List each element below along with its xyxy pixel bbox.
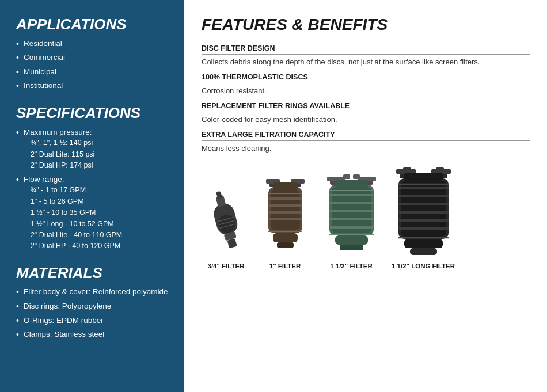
filter-item-1-1-2: 1 1/2" Filter bbox=[320, 172, 383, 269]
svg-rect-51 bbox=[398, 211, 449, 214]
feature-name: Extra Large Filtration Capacity bbox=[202, 131, 530, 141]
filter-image-1 bbox=[256, 172, 314, 258]
feature-desc: Color-coded for easy mesh identification… bbox=[202, 115, 530, 125]
svg-rect-56 bbox=[404, 173, 443, 181]
svg-rect-21 bbox=[273, 182, 298, 189]
list-item: O-Rings: EPDM rubber bbox=[16, 315, 170, 327]
svg-rect-30 bbox=[329, 194, 374, 196]
list-item: Maximum pressure: ¾", 1", 1 ½: 140 psi 2… bbox=[16, 127, 170, 172]
svg-rect-32 bbox=[329, 210, 374, 212]
feature-name: Disc Filter Design bbox=[202, 44, 530, 55]
feature-replacement-rings: Replacement Filter Rings Available Color… bbox=[202, 102, 530, 125]
svg-rect-20 bbox=[277, 242, 294, 248]
filter-label: 3/4" Filter bbox=[207, 262, 244, 269]
svg-rect-54 bbox=[404, 239, 443, 248]
materials-list: Filter body & cover: Reinforced polyamid… bbox=[16, 287, 170, 340]
feature-name: 100% Thermoplastic Discs bbox=[202, 73, 530, 83]
svg-rect-40 bbox=[343, 174, 350, 179]
svg-rect-53 bbox=[398, 227, 449, 230]
svg-rect-37 bbox=[335, 180, 368, 187]
materials-title: Materials bbox=[16, 265, 170, 281]
list-item: Residential bbox=[16, 39, 170, 50]
applications-title: Applications bbox=[16, 16, 170, 33]
filters-section: 3/4" Filter bbox=[202, 166, 530, 269]
svg-rect-17 bbox=[268, 211, 302, 214]
svg-rect-31 bbox=[329, 202, 374, 204]
filter-image-1-1-2 bbox=[320, 172, 383, 258]
list-item: Commercial bbox=[16, 52, 170, 64]
filter-label: 1 1/2" Long Filter bbox=[392, 262, 455, 269]
svg-rect-34 bbox=[329, 226, 374, 229]
svg-rect-52 bbox=[398, 219, 449, 222]
applications-list: Residential Commercial Municipal Institu… bbox=[16, 39, 170, 92]
svg-rect-19 bbox=[273, 233, 298, 242]
filter-image-3-4 bbox=[202, 183, 250, 258]
features-title: Features & Benefits bbox=[202, 16, 530, 34]
left-panel: Applications Residential Commercial Muni… bbox=[0, 0, 184, 392]
filter-label: 1" Filter bbox=[269, 262, 301, 269]
svg-rect-14 bbox=[271, 189, 300, 230]
svg-rect-55 bbox=[410, 248, 437, 255]
svg-rect-18 bbox=[268, 218, 302, 220]
list-item: Filter body & cover: Reinforced polyamid… bbox=[16, 287, 170, 298]
filter-label: 1 1/2" Filter bbox=[330, 262, 373, 269]
list-item: Clamps: Stainless steel bbox=[16, 329, 170, 341]
svg-rect-33 bbox=[329, 218, 374, 220]
feature-thermoplastic: 100% Thermoplastic Discs Corrosion resis… bbox=[202, 73, 530, 96]
feature-extra-large: Extra Large Filtration Capacity Means le… bbox=[202, 131, 530, 154]
list-item: Institutional bbox=[16, 81, 170, 92]
svg-rect-48 bbox=[398, 187, 449, 189]
list-item: Disc rings: Polypropylene bbox=[16, 301, 170, 313]
list-item: Flow range: ¾" - 1 to 17 GPM 1" - 5 to 2… bbox=[16, 174, 170, 252]
svg-rect-36 bbox=[340, 245, 363, 250]
svg-rect-50 bbox=[398, 203, 449, 205]
list-item: Municipal bbox=[16, 67, 170, 78]
svg-rect-15 bbox=[268, 197, 302, 200]
filter-item-3-4: 3/4" Filter bbox=[202, 183, 250, 269]
filter-image-1-1-2-long bbox=[389, 166, 458, 258]
feature-desc: Means less cleaning. bbox=[202, 143, 530, 154]
svg-rect-60 bbox=[436, 167, 444, 172]
feature-desc: Corrosion resistant. bbox=[202, 86, 530, 96]
feature-disc-filter: Disc Filter Design Collects debris along… bbox=[202, 44, 530, 67]
specifications-title: Specifications bbox=[16, 105, 170, 121]
filter-item-1: 1" Filter bbox=[256, 172, 314, 269]
specifications-list: Maximum pressure: ¾", 1", 1 ½: 140 psi 2… bbox=[16, 127, 170, 252]
svg-rect-59 bbox=[403, 167, 411, 172]
filter-item-1-1-2-long: 1 1/2" Long Filter bbox=[389, 166, 458, 269]
svg-rect-49 bbox=[398, 195, 449, 197]
feature-desc: Collects debris along the depth of the d… bbox=[202, 57, 530, 67]
svg-rect-16 bbox=[268, 204, 302, 207]
right-panel: Features & Benefits Disc Filter Design C… bbox=[184, 0, 547, 392]
svg-rect-35 bbox=[335, 235, 368, 245]
svg-rect-41 bbox=[353, 174, 360, 179]
feature-name: Replacement Filter Rings Available bbox=[202, 102, 530, 112]
